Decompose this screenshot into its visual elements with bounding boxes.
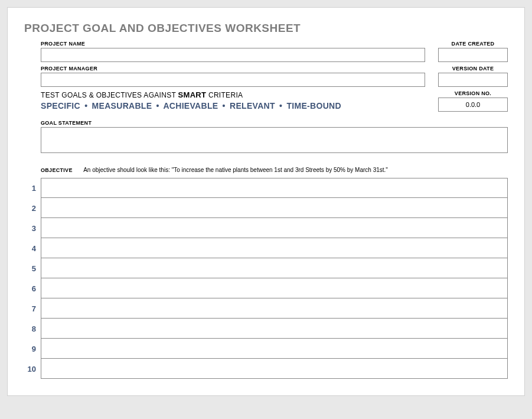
worksheet-page: PROJECT GOAL AND OBJECTIVES WORKSHEET PR… (7, 7, 525, 396)
row-number: 7 (24, 304, 41, 313)
objectives-list: 1 2 3 4 5 6 7 8 (24, 178, 508, 379)
right-column: DATE CREATED VERSION DATE VERSION NO. (438, 41, 508, 115)
objective-label: OBJECTIVE (41, 167, 73, 173)
smart-word-measurable: MEASURABLE (92, 101, 152, 111)
objective-input-2[interactable] (41, 198, 508, 218)
objective-row: 2 (24, 198, 508, 218)
smart-word-relevant: RELEVANT (230, 101, 275, 111)
version-no-label: VERSION NO. (438, 90, 508, 96)
smart-word-achievable: ACHIEVABLE (163, 101, 218, 111)
smart-suffix: CRITERIA (206, 91, 243, 99)
date-created-label: DATE CREATED (438, 41, 508, 47)
objective-input-10[interactable] (41, 359, 508, 379)
version-date-group: VERSION DATE (438, 66, 508, 87)
objective-hint: An objective should look like this: "To … (83, 167, 388, 173)
date-created-group: DATE CREATED (438, 41, 508, 62)
objective-row: 10 (24, 359, 508, 379)
objective-row: 3 (24, 218, 508, 238)
objective-input-6[interactable] (41, 278, 508, 298)
bullet-separator: • (279, 101, 282, 111)
goal-statement-input[interactable] (41, 127, 508, 153)
left-column: PROJECT NAME PROJECT MANAGER TEST GOALS … (41, 41, 425, 115)
objective-input-8[interactable] (41, 319, 508, 339)
project-name-group: PROJECT NAME (41, 41, 425, 62)
smart-strong: SMART (178, 90, 207, 99)
project-name-input[interactable] (41, 48, 425, 62)
row-number: 3 (24, 224, 41, 233)
date-created-input[interactable] (438, 48, 508, 62)
smart-words: SPECIFIC • MEASURABLE • ACHIEVABLE • REL… (41, 101, 425, 111)
bullet-separator: • (84, 101, 87, 111)
project-manager-input[interactable] (41, 73, 425, 87)
objective-input-3[interactable] (41, 218, 508, 238)
row-number: 9 (24, 345, 41, 353)
bullet-separator: • (223, 101, 226, 111)
smart-prefix: TEST GOALS & OBJECTIVES AGAINST (41, 91, 178, 99)
version-no-input[interactable] (438, 98, 508, 112)
objective-row: 5 (24, 258, 508, 278)
project-manager-group: PROJECT MANAGER (41, 66, 425, 87)
objective-input-1[interactable] (41, 178, 508, 198)
smart-criteria-text: TEST GOALS & OBJECTIVES AGAINST SMART CR… (41, 90, 425, 99)
objective-row: 6 (24, 278, 508, 298)
goal-statement-label: GOAL STATEMENT (41, 120, 508, 126)
objective-row: 8 (24, 319, 508, 339)
objective-input-9[interactable] (41, 339, 508, 359)
bullet-separator: • (156, 101, 159, 111)
objective-input-5[interactable] (41, 258, 508, 278)
version-date-input[interactable] (438, 73, 508, 87)
objective-row: 7 (24, 298, 508, 319)
row-number: 5 (24, 264, 41, 273)
objective-row: 4 (24, 238, 508, 258)
row-number: 2 (24, 204, 41, 213)
row-number: 10 (24, 365, 41, 373)
row-number: 4 (24, 244, 41, 253)
objective-header: OBJECTIVE An objective should look like … (41, 164, 508, 174)
row-number: 6 (24, 284, 41, 293)
objective-row: 1 (24, 178, 508, 198)
row-number: 1 (24, 184, 41, 193)
objective-input-7[interactable] (41, 298, 508, 319)
smart-word-specific: SPECIFIC (41, 101, 80, 111)
goal-statement-section: GOAL STATEMENT (41, 120, 508, 155)
smart-word-timebound: TIME-BOUND (286, 101, 341, 111)
top-fields-section: PROJECT NAME PROJECT MANAGER TEST GOALS … (41, 41, 508, 115)
objective-input-4[interactable] (41, 238, 508, 258)
page-title: PROJECT GOAL AND OBJECTIVES WORKSHEET (24, 22, 508, 35)
project-name-label: PROJECT NAME (41, 41, 425, 47)
version-no-group: VERSION NO. (438, 90, 508, 112)
project-manager-label: PROJECT MANAGER (41, 66, 425, 72)
row-number: 8 (24, 324, 41, 333)
objective-row: 9 (24, 339, 508, 359)
version-date-label: VERSION DATE (438, 66, 508, 72)
